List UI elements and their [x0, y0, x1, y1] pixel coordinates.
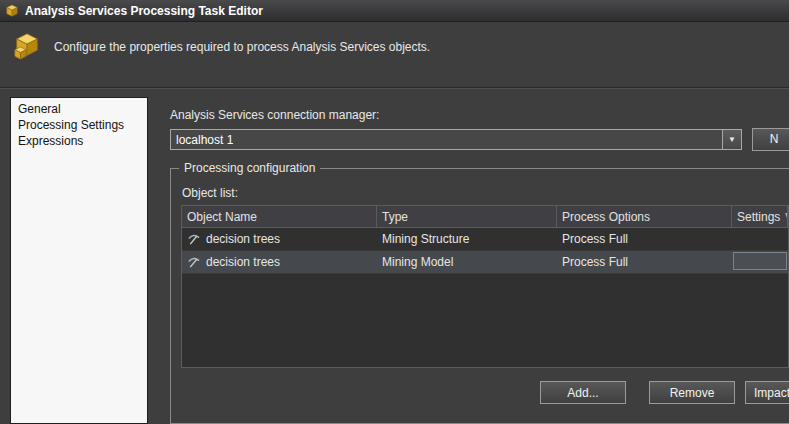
- type-cell: Mining Structure: [377, 228, 557, 250]
- new-connection-button[interactable]: N: [752, 128, 789, 151]
- object-name-cell: decision trees: [182, 251, 377, 273]
- object-list-label: Object list:: [182, 186, 238, 200]
- settings-cell[interactable]: [732, 228, 788, 250]
- mining-structure-icon: [187, 233, 200, 246]
- column-header-settings-label: Settings: [737, 210, 780, 224]
- window-title: Analysis Services Processing Task Editor: [25, 4, 263, 18]
- impact-analysis-button[interactable]: Impact: [745, 381, 789, 404]
- app-cube-icon: [5, 4, 19, 18]
- process-options-cell[interactable]: Process Full: [557, 228, 732, 250]
- column-header-object-name[interactable]: Object Name: [182, 206, 377, 227]
- table-row[interactable]: decision trees Mining Model Process Full: [182, 251, 788, 274]
- column-header-settings[interactable]: Settings ∇: [732, 206, 788, 227]
- process-options-cell[interactable]: Process Full: [557, 251, 732, 273]
- dialog-description: Configure the properties required to pro…: [54, 40, 430, 54]
- analysis-services-cubes-icon: [12, 31, 42, 65]
- titlebar: Analysis Services Processing Task Editor: [0, 0, 789, 22]
- filter-sort-icon: ∇: [785, 212, 788, 222]
- object-name-text: decision trees: [206, 255, 280, 269]
- pages-list: General Processing Settings Expressions: [10, 97, 148, 424]
- remove-button[interactable]: Remove: [649, 381, 735, 404]
- connection-manager-value: localhost 1: [171, 130, 722, 149]
- object-name-cell: decision trees: [182, 228, 377, 250]
- chevron-down-icon[interactable]: ▼: [722, 130, 741, 149]
- add-button[interactable]: Add...: [540, 381, 626, 404]
- object-list-table: Object Name Type Process Options Setting…: [181, 205, 789, 368]
- object-name-text: decision trees: [206, 232, 280, 246]
- header-band: Configure the properties required to pro…: [0, 22, 789, 88]
- sidebar-item-expressions[interactable]: Expressions: [11, 133, 147, 149]
- type-cell: Mining Model: [377, 251, 557, 273]
- connection-manager-combobox[interactable]: localhost 1 ▼: [170, 129, 742, 150]
- column-header-process-options[interactable]: Process Options: [557, 206, 732, 227]
- processing-configuration-title: Processing configuration: [179, 161, 320, 175]
- table-row[interactable]: decision trees Mining Structure Process …: [182, 228, 788, 251]
- settings-cell[interactable]: [733, 252, 787, 270]
- connection-manager-label: Analysis Services connection manager:: [170, 108, 379, 122]
- mining-model-icon: [187, 256, 200, 269]
- sidebar-item-processing-settings[interactable]: Processing Settings: [11, 117, 147, 133]
- column-header-type[interactable]: Type: [377, 206, 557, 227]
- table-header-row: Object Name Type Process Options Setting…: [182, 206, 788, 228]
- sidebar-item-general[interactable]: General: [11, 101, 147, 117]
